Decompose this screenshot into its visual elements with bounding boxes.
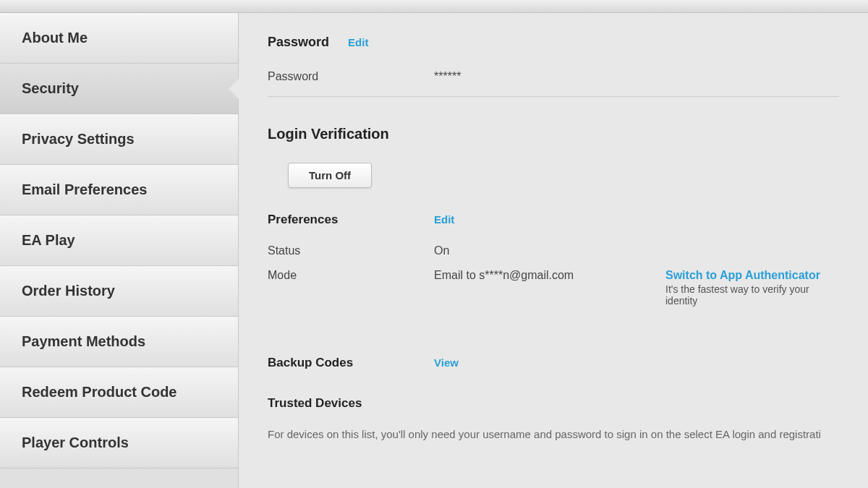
password-value: ****** [434, 70, 839, 83]
password-row: Password ****** [268, 64, 839, 89]
sidebar-item-security[interactable]: Security [0, 64, 238, 114]
switch-authenticator-link[interactable]: Switch to App Authenticator [665, 269, 839, 282]
backup-codes-view-link[interactable]: View [434, 356, 459, 369]
preferences-title: Preferences [268, 213, 434, 227]
mode-label: Mode [268, 269, 434, 282]
sidebar-item-player-controls[interactable]: Player Controls [0, 418, 238, 468]
sidebar-item-email-preferences[interactable]: Email Preferences [0, 165, 238, 215]
sidebar-item-payment-methods[interactable]: Payment Methods [0, 317, 238, 367]
turn-off-button[interactable]: Turn Off [288, 163, 372, 188]
sidebar-item-order-history[interactable]: Order History [0, 266, 238, 317]
sidebar-item-privacy-settings[interactable]: Privacy Settings [0, 114, 238, 165]
backup-codes-header: Backup Codes View [268, 356, 839, 370]
preferences-header: Preferences Edit [268, 213, 839, 227]
container: About Me Security Privacy Settings Email… [0, 13, 868, 488]
sidebar-item-redeem-product-code[interactable]: Redeem Product Code [0, 367, 238, 418]
password-label: Password [268, 70, 434, 83]
trusted-devices-title: Trusted Devices [268, 396, 839, 411]
backup-codes-title: Backup Codes [268, 356, 434, 370]
mode-value: Email to s****n@gmail.com [434, 269, 651, 282]
sidebar-item-ea-play[interactable]: EA Play [0, 215, 238, 266]
divider [268, 96, 839, 97]
top-bar [0, 0, 868, 13]
sidebar: About Me Security Privacy Settings Email… [0, 13, 239, 488]
password-title: Password [268, 35, 329, 50]
main-content: Password Edit Password ****** Login Veri… [239, 13, 868, 488]
sidebar-item-about-me[interactable]: About Me [0, 13, 238, 64]
switch-authenticator-block: Switch to App Authenticator It's the fas… [651, 269, 839, 307]
status-row: Status On [268, 239, 839, 263]
preferences-edit-link[interactable]: Edit [434, 213, 454, 226]
switch-authenticator-subtext: It's the fastest way to verify your iden… [665, 283, 839, 307]
trusted-devices-description: For devices on this list, you'll only ne… [268, 428, 839, 440]
status-value: On [434, 244, 839, 257]
mode-row: Mode Email to s****n@gmail.com Switch to… [268, 263, 839, 312]
password-header: Password Edit [268, 35, 839, 50]
login-verification-title: Login Verification [268, 126, 839, 142]
status-label: Status [268, 244, 434, 257]
password-edit-link[interactable]: Edit [348, 36, 368, 48]
